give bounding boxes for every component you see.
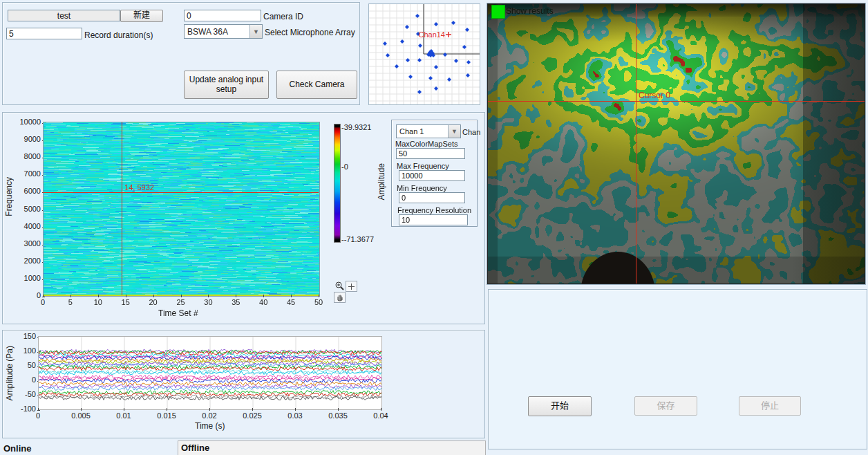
mic-array-value: BSWA 36A (185, 27, 249, 37)
mic-point (428, 76, 433, 80)
mic-point (405, 25, 409, 29)
chan-label: Chan (462, 128, 480, 136)
tick-label: 9000 (0, 135, 41, 143)
colorbar-title: Amplitude (377, 163, 386, 200)
stop-button[interactable]: 停止 (739, 396, 801, 416)
image-cursor-label: Cursor 0 (639, 91, 670, 100)
tick-label: 0.02 (192, 411, 227, 420)
acoustic-camera-app: 新建 Record duration(s) Camera ID BSWA 36A… (0, 0, 868, 455)
mic-point (415, 14, 419, 18)
camera-id-input[interactable] (184, 10, 261, 21)
zoom-tool-icon[interactable] (334, 281, 344, 290)
mic-point (418, 44, 422, 48)
image-cursor-vline[interactable] (636, 4, 636, 284)
crosshair-tool-icon[interactable] (346, 281, 357, 292)
frequency-resolution-label: Frequency Resolution (397, 206, 471, 214)
tab-offline[interactable]: Offline (178, 440, 486, 455)
chevron-down-icon: ▼ (448, 125, 460, 138)
mic-point (434, 22, 438, 26)
test-name-input[interactable] (8, 10, 120, 21)
tick-label: 0.005 (64, 411, 98, 420)
tick-label: 3000 (0, 239, 41, 248)
spectrogram-canvas[interactable] (43, 122, 320, 297)
max-frequency-label: Max Frequency (397, 162, 449, 170)
frequency-resolution-input[interactable] (399, 214, 468, 225)
colorbar-zero-label: -0 (341, 162, 348, 171)
tick-label: 8000 (0, 152, 41, 160)
mic-array-label: Select Microphone Array (265, 28, 355, 37)
mic-point (383, 41, 387, 46)
start-button[interactable]: 开始 (528, 396, 592, 416)
tick-label: 0.025 (235, 411, 270, 420)
tick-label: 6000 (0, 187, 41, 195)
mic-point (466, 73, 470, 77)
chevron-down-icon: ▼ (249, 25, 262, 38)
maxcolormapsets-label: MaxColorMapSets (395, 140, 457, 148)
spectrogram-cursor-hline[interactable] (43, 192, 319, 193)
tick-label: 0 (0, 375, 36, 384)
show-results-led[interactable] (491, 5, 505, 19)
colorbar-min-label: --71.3677 (341, 235, 374, 243)
mic-array-scatter: Chan14 (369, 4, 480, 104)
tick-label: 0.035 (321, 411, 355, 420)
tick-label: 1000 (0, 274, 41, 282)
mic-point (447, 77, 451, 82)
spectrogram-xlabel: Time Set # (158, 308, 198, 318)
tick-label: 4000 (0, 222, 41, 230)
mic-array-plot: Chan14 (368, 3, 480, 105)
colorbar-max-label: -39.9321 (341, 123, 371, 131)
mic-point (386, 53, 390, 57)
mic-point (417, 90, 422, 94)
tick-label: 0.04 (364, 411, 398, 420)
tick-label: 2000 (0, 257, 41, 265)
update-analog-input-button[interactable]: Update analog input setup (184, 71, 269, 99)
tick-label: 50 (0, 361, 36, 369)
tick-label: -50 (0, 390, 36, 398)
waveform-xlabel: Time (s) (195, 421, 225, 431)
save-button[interactable]: 保存 (634, 396, 697, 416)
chan-cursor-cross (446, 32, 451, 37)
spectrogram-cursor-vline[interactable] (122, 122, 122, 295)
tab-offline-label: Offline (181, 443, 209, 453)
min-frequency-label: Min Frequency (397, 184, 447, 192)
record-duration-label: Record duration(s) (84, 30, 153, 40)
tick-label: 0 (21, 411, 55, 420)
new-button[interactable]: 新建 (120, 10, 163, 22)
channel-controls-box: Chan 1 ▼ Chan MaxColorMapSets Max Freque… (391, 120, 478, 227)
image-cursor-hline[interactable] (488, 101, 865, 102)
max-frequency-input[interactable] (399, 170, 465, 181)
check-camera-button[interactable]: Check Camera (276, 71, 357, 99)
tick-label: 7000 (0, 169, 41, 178)
mic-array-dropdown[interactable]: BSWA 36A ▼ (184, 24, 263, 39)
mic-point (395, 64, 399, 68)
mic-point (417, 58, 422, 62)
chan-cursor-label: Chan14 (418, 30, 445, 39)
mic-point (408, 75, 413, 79)
tick-label: 10000 (0, 118, 41, 126)
waveform-chart[interactable] (38, 336, 382, 410)
maxcolormapsets-input[interactable] (396, 148, 465, 159)
chan-value: Chan 1 (397, 127, 448, 136)
spectrogram-cursor-label: 14, 5932 (124, 183, 154, 192)
chan-dropdown[interactable]: Chan 1 ▼ (396, 124, 461, 138)
setup-panel: 新建 Record duration(s) Camera ID BSWA 36A… (2, 2, 360, 105)
colorbar (334, 124, 341, 243)
tick-label: 50 (301, 298, 336, 306)
tick-label: 100 (0, 346, 36, 355)
tick-label: 0.015 (149, 411, 184, 420)
record-duration-input[interactable] (6, 28, 82, 39)
mic-point (443, 53, 447, 57)
min-frequency-input[interactable] (399, 192, 465, 203)
tick-label: 0.01 (106, 411, 141, 420)
pan-hand-tool-icon[interactable] (334, 292, 346, 303)
tab-online[interactable]: Online (3, 443, 31, 454)
mic-point (434, 65, 438, 69)
actions-panel: 开始 保存 停止 (488, 289, 867, 449)
waveform-panel: Amplitude (Pa) -100-50050100150 00.0050.… (2, 330, 485, 438)
mic-point (466, 60, 471, 64)
acoustic-image-frame: Show results Cursor 0 (487, 3, 866, 285)
camera-id-label: Camera ID (263, 12, 303, 21)
tick-label: 0.03 (278, 411, 312, 420)
mic-point (406, 58, 410, 62)
acoustic-image-canvas[interactable] (488, 4, 865, 284)
